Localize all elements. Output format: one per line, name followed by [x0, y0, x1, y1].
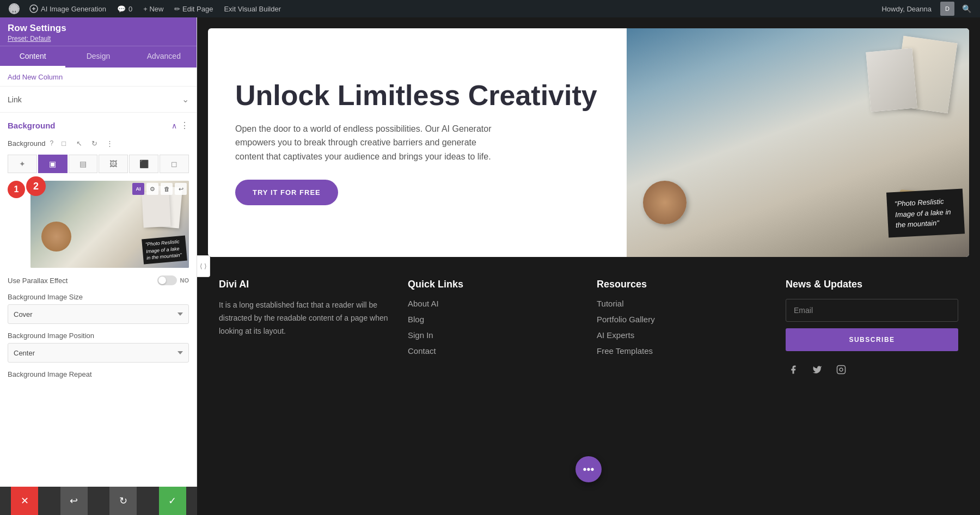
background-section-title: Background: [8, 121, 56, 130]
footer-link-ai-experts[interactable]: AI Experts: [597, 330, 769, 340]
link-section-toggle[interactable]: ⌄: [182, 94, 189, 105]
fab-button[interactable]: •••: [575, 456, 602, 482]
facebook-icon[interactable]: [786, 362, 801, 377]
bg-type-video[interactable]: ⬛: [129, 155, 158, 173]
background-controls: ∧ ⋮: [171, 120, 189, 131]
bg-repeat-group: Background Image Repeat: [8, 370, 189, 378]
bg-type-gradient[interactable]: ▤: [69, 155, 98, 173]
divi-ai-menu-item[interactable]: AI Image Generation: [25, 0, 111, 17]
user-avatar[interactable]: D: [940, 2, 954, 16]
bg-image-preview-area: 1 "Photo Reslistic Image of a lake in th…: [8, 181, 189, 268]
save-icon: ✓: [168, 495, 176, 507]
tab-advanced[interactable]: Advanced: [131, 46, 197, 68]
bg-section-chevron[interactable]: ∧: [171, 121, 177, 130]
footer-col4-title: News & Updates: [786, 279, 958, 290]
preview-action-icons: AI ⚙ 🗑 ↩: [132, 183, 187, 195]
hero-section: Unlock Limitless Creativity Open the doo…: [208, 28, 969, 257]
instagram-icon[interactable]: [834, 362, 849, 377]
sidebar-preset: Preset: Default: [8, 35, 189, 42]
bg-type-pattern[interactable]: ◻: [160, 155, 189, 173]
bg-position-select[interactable]: Center Top Bottom Left Right: [8, 343, 189, 363]
footer-social-icons: [786, 362, 958, 377]
footer-link-portfolio[interactable]: Portfolio Gallery: [597, 315, 769, 324]
bg-help-icon[interactable]: ?: [50, 139, 53, 147]
link-section: Link ⌄: [0, 87, 197, 113]
add-column-button[interactable]: Add New Column: [8, 73, 63, 81]
parallax-toggle[interactable]: NO: [157, 275, 189, 285]
bg-cursor-icon[interactable]: ↖: [73, 137, 85, 149]
bg-label-icons: □ ↖ ↻ ⋮: [58, 137, 115, 149]
footer-link-blog[interactable]: Blog: [408, 315, 580, 324]
footer-link-free-templates[interactable]: Free Templates: [597, 346, 769, 355]
sidebar-title: Row Settings: [8, 23, 189, 34]
bg-clear-icon[interactable]: □: [58, 137, 70, 149]
howdy-item[interactable]: Howdy, Deanna: [877, 0, 936, 17]
bg-type-image[interactable]: 🖼: [99, 155, 128, 173]
bg-label-row: Background ? □ ↖ ↻ ⋮: [8, 137, 189, 149]
bg-section-more[interactable]: ⋮: [180, 120, 189, 131]
settings-action-icon[interactable]: ⚙: [146, 183, 158, 195]
hero-quote-text: "Photo Reslistic Image of a lake in the …: [895, 197, 951, 229]
ai-action-icon[interactable]: AI: [132, 183, 144, 195]
hero-cta-button[interactable]: TRY IT FOR FREE: [235, 180, 338, 205]
bg-type-selector: ✦ ▣ ▤ 🖼 ⬛ ◻: [8, 155, 189, 173]
exit-vb-item[interactable]: Exit Visual Builder: [219, 0, 285, 17]
reset-action-icon[interactable]: ↩: [175, 183, 187, 195]
redo-icon: ↻: [119, 495, 127, 507]
bg-more-icon[interactable]: ⋮: [103, 137, 115, 149]
exit-vb-label: Exit Visual Builder: [224, 5, 281, 13]
bg-size-select[interactable]: Cover Contain Auto: [8, 304, 189, 324]
footer-link-contact[interactable]: Contact: [408, 346, 580, 355]
footer-link-about-ai[interactable]: About AI: [408, 299, 580, 308]
edit-page-item[interactable]: ✏ Edit Page: [170, 0, 217, 17]
comments-menu-item[interactable]: 💬 0: [113, 0, 137, 17]
sidebar-content: Add New Column Link ⌄ Background ∧ ⋮: [0, 68, 197, 515]
undo-button[interactable]: ↩: [60, 487, 88, 515]
svg-rect-2: [837, 366, 846, 374]
tab-design[interactable]: Design: [65, 46, 131, 68]
delete-action-icon[interactable]: 🗑: [161, 183, 173, 195]
close-button[interactable]: ✕: [11, 487, 38, 515]
parallax-toggle-row: Use Parallax Effect NO: [8, 275, 189, 285]
new-label: + New: [143, 5, 163, 13]
bg-size-group: Background Image Size Cover Contain Auto: [8, 293, 189, 324]
sidebar-tabs: Content Design Advanced: [0, 46, 197, 68]
hero-quote-box: "Photo Reslistic Image of a lake in the …: [886, 188, 965, 237]
save-button[interactable]: ✓: [159, 487, 186, 515]
search-icon[interactable]: 🔍: [959, 4, 975, 13]
footer-col1-title: Divi AI: [219, 279, 391, 290]
step-badge-1: 1: [8, 181, 25, 198]
bg-label: Background: [8, 139, 45, 148]
tab-content[interactable]: Content: [0, 46, 65, 68]
content-area: Unlock Limitless Creativity Open the doo…: [197, 17, 980, 515]
hero-content-left: Unlock Limitless Creativity Open the doo…: [208, 28, 627, 257]
footer-col-3: Resources Tutorial Portfolio Gallery AI …: [597, 279, 769, 377]
bg-repeat-label: Background Image Repeat: [8, 370, 189, 378]
add-column-area: Add New Column: [0, 68, 197, 87]
sidebar-expand-button[interactable]: ⟨ ⟩: [197, 255, 210, 277]
parallax-value: NO: [180, 277, 189, 284]
bg-reset-icon[interactable]: ↻: [88, 137, 100, 149]
step-badge-2: 2: [26, 176, 46, 196]
bg-type-none[interactable]: ✦: [8, 155, 37, 173]
footer-link-tutorial[interactable]: Tutorial: [597, 299, 769, 308]
wp-logo-icon[interactable]: [5, 0, 23, 17]
footer-email-input[interactable]: [786, 299, 958, 322]
redo-button[interactable]: ↻: [109, 487, 137, 515]
edit-page-label: ✏ Edit Page: [174, 5, 213, 13]
bg-size-label: Background Image Size: [8, 293, 189, 301]
bg-position-label: Background Image Position: [8, 332, 189, 340]
background-section: Background ∧ ⋮ Background ? □ ↖ ↻ ⋮: [0, 113, 197, 394]
footer-col1-text: It is a long established fact that a rea…: [219, 299, 391, 338]
footer-subscribe-button[interactable]: SUBSCRIBE: [786, 328, 958, 351]
footer-col2-title: Quick Links: [408, 279, 580, 290]
fab-icon: •••: [583, 463, 594, 476]
footer-col-4: News & Updates SUBSCRIBE: [786, 279, 958, 377]
bg-type-color[interactable]: ▣: [38, 155, 68, 173]
footer-link-sign-in[interactable]: Sign In: [408, 330, 580, 340]
new-menu-item[interactable]: + New: [139, 0, 168, 17]
wp-admin-bar: AI Image Generation 💬 0 + New ✏ Edit Pag…: [0, 0, 980, 17]
hero-image-right: "Photo Reslistic Image of a lake in the …: [627, 28, 969, 257]
howdy-text: Howdy, Deanna: [881, 5, 932, 13]
twitter-icon[interactable]: [810, 362, 825, 377]
